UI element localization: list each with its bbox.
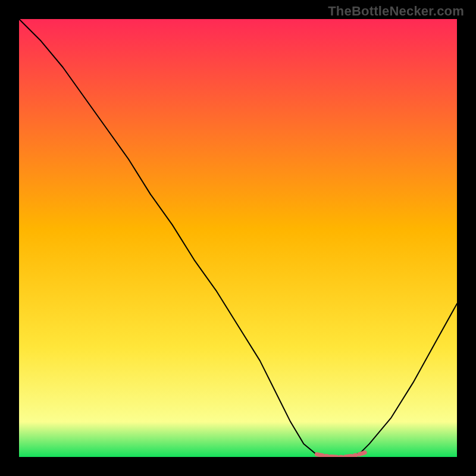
gradient-background	[19, 19, 457, 457]
chart-svg	[19, 19, 457, 457]
watermark-label: TheBottleNecker.com	[328, 4, 464, 19]
plot-area	[19, 19, 457, 457]
chart-frame: TheBottleNecker.com	[0, 0, 476, 476]
